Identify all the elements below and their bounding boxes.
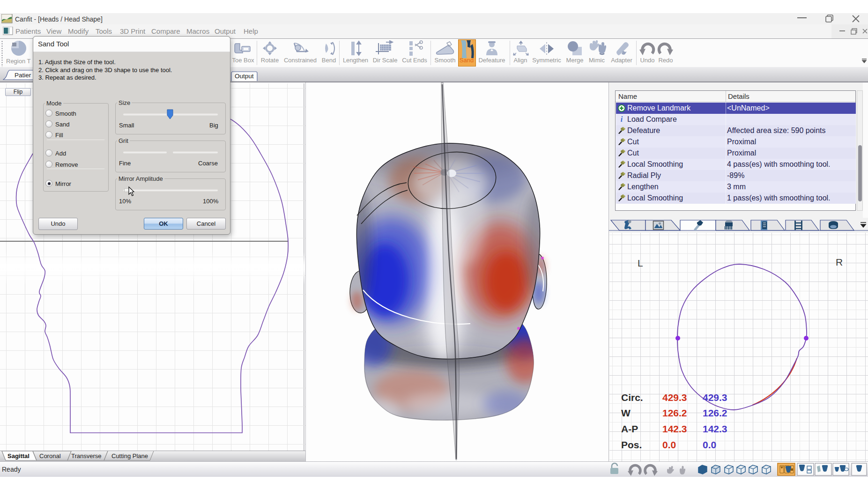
svg-text:Transverse: Transverse [71,452,102,459]
svg-text:0.0: 0.0 [703,439,716,450]
svg-text:429.3: 429.3 [662,392,687,403]
svg-text:Cutting Plane: Cutting Plane [111,452,148,459]
svg-text:Circ.: Circ. [621,392,643,403]
svg-text:Output: Output [235,73,254,80]
svg-text:Pos.: Pos. [621,439,642,450]
svg-text:R: R [836,257,843,267]
svg-text:126.2: 126.2 [662,408,687,418]
svg-text:W: W [621,408,631,418]
svg-text:L: L [638,258,643,268]
svg-text:A-P: A-P [621,423,638,434]
svg-text:Coronal: Coronal [39,452,61,459]
svg-text:126.2: 126.2 [703,408,727,418]
svg-text:429.3: 429.3 [703,392,727,403]
svg-text:142.3: 142.3 [703,423,727,434]
svg-text:Patier: Patier [15,72,31,79]
svg-text:0.0: 0.0 [662,439,676,450]
svg-text:142.3: 142.3 [662,423,687,434]
svg-text:Sagittal: Sagittal [7,452,30,459]
